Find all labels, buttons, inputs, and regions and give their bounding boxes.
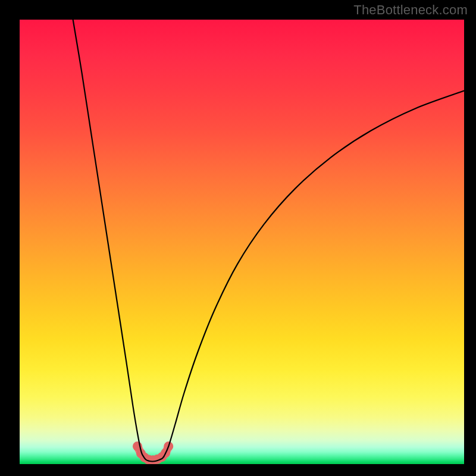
watermark-text: TheBottleneck.com	[353, 2, 468, 18]
curve-layer	[20, 20, 464, 464]
main-curve	[73, 20, 464, 462]
plot-area	[20, 20, 464, 464]
pink-u-highlight	[133, 441, 173, 464]
chart-stage: TheBottleneck.com	[0, 0, 476, 476]
